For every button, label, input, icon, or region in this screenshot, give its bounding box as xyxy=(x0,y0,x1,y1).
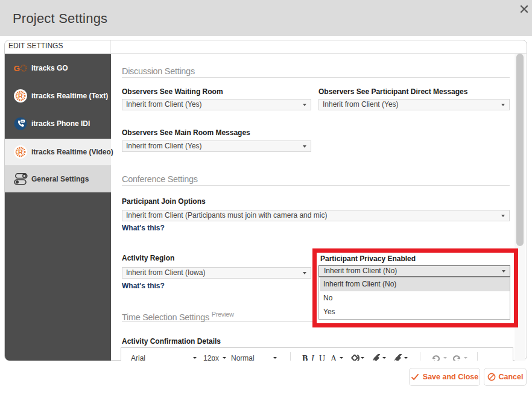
svg-text:R: R xyxy=(18,92,23,100)
svg-text:G: G xyxy=(14,64,20,72)
svg-text:R: R xyxy=(18,148,23,156)
